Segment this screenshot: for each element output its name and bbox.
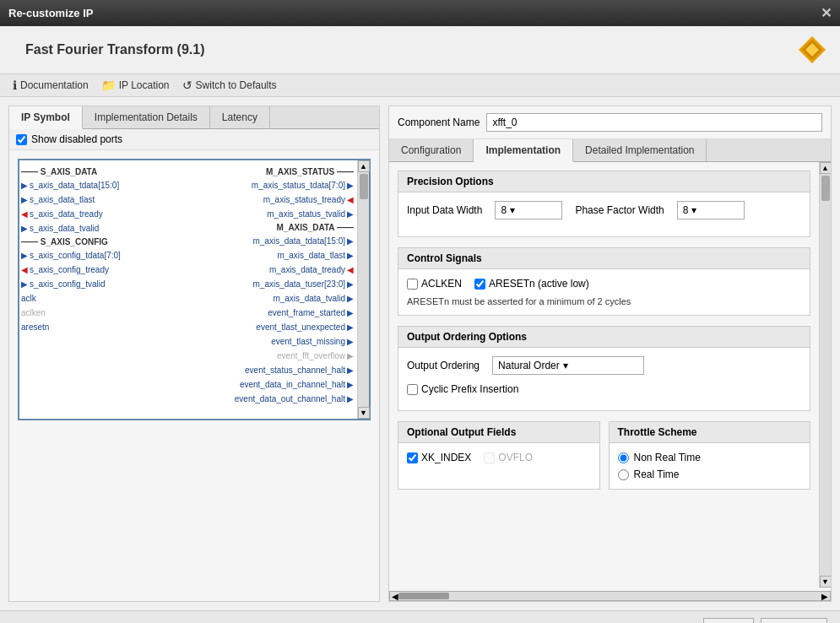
port-aclken-disabled: aclken xyxy=(21,306,153,319)
port-m-axis-data-tlast: m_axis_data_tlast ▶ xyxy=(277,248,354,262)
phase-factor-label: Phase Factor Width xyxy=(575,204,664,216)
optional-output-checkboxes: XK_INDEX OVFLO xyxy=(407,452,591,463)
app-title: Fast Fourier Transform (9.1) xyxy=(13,35,218,64)
xk-index-label-text: XK_INDEX xyxy=(421,452,471,463)
tab-latency[interactable]: Latency xyxy=(210,106,270,128)
port-m-axis-data-tready: m_axis_data_tready ◀ xyxy=(269,263,354,276)
control-signals-title: Control Signals xyxy=(398,248,810,269)
optional-output-content: XK_INDEX OVFLO xyxy=(398,443,599,479)
port-s-axis-config-tready: ◀ s_axis_config_tready xyxy=(21,263,153,276)
component-name-row: Component Name xyxy=(389,106,831,139)
port-event-fft-overflow-disabled: event_fft_overflow ▶ xyxy=(277,349,354,362)
control-signals-checkboxes: ACLKEN ARESETn (active low) xyxy=(407,278,801,290)
scroll-thumb[interactable] xyxy=(360,174,368,199)
ok-button[interactable]: OK xyxy=(703,618,753,623)
aresetn-note: ARESETn must be asserted for a minimum o… xyxy=(407,296,801,306)
right-panel-hscroll[interactable]: ◀ ▶ xyxy=(389,591,831,601)
optional-output-title: Optional Output Fields xyxy=(398,422,599,443)
port-m-axis-status-tready: m_axis_status_tready ◀ xyxy=(263,192,354,206)
precision-content: Input Data Width 8 ▾ Phase Factor Width … xyxy=(398,192,810,236)
port-event-tlast-missing: event_tlast_missing ▶ xyxy=(271,334,354,348)
left-panel: IP Symbol Implementation Details Latency… xyxy=(8,106,380,602)
throttle-content: Non Real Time Real Time xyxy=(610,443,810,489)
right-scroll-down[interactable]: ▼ xyxy=(820,576,832,588)
aresetn-checkbox-label[interactable]: ARESETn (active low) xyxy=(474,278,589,290)
ovflo-checkbox[interactable] xyxy=(484,452,495,463)
hscroll-thumb[interactable] xyxy=(398,593,449,599)
window-title: Re-customize IP xyxy=(8,7,93,19)
cyclic-checkbox[interactable] xyxy=(407,384,418,395)
input-width-select[interactable]: 8 ▾ xyxy=(495,201,562,219)
show-disabled-ports-label[interactable]: Show disabled ports xyxy=(16,133,122,145)
right-scroll-up[interactable]: ▲ xyxy=(820,162,832,174)
ordering-select[interactable]: Natural Order ▾ xyxy=(492,356,644,375)
xk-index-checkbox[interactable] xyxy=(407,452,418,463)
left-ports-col: —— S_AXIS_DATA ▶ s_axis_data_tdata[15:0]… xyxy=(19,160,154,419)
cancel-button[interactable]: Cancel xyxy=(761,618,827,623)
tab-implementation[interactable]: Implementation xyxy=(474,139,573,162)
tab-detailed-implementation[interactable]: Detailed Implementation xyxy=(573,139,707,161)
phase-factor-value: 8 xyxy=(683,204,689,216)
real-time-radio[interactable] xyxy=(618,469,629,480)
folder-icon: 📁 xyxy=(101,79,116,92)
port-event-data-in-channel-halt: event_data_in_channel_halt ▶ xyxy=(240,377,354,391)
content-area: IP Symbol Implementation Details Latency… xyxy=(0,97,840,610)
left-panel-scrollbar[interactable]: ▲ ▼ xyxy=(357,160,369,419)
scroll-up-btn[interactable]: ▲ xyxy=(358,160,370,172)
port-group-m-axis-data: M_AXIS_DATA —— xyxy=(277,221,355,233)
aclken-checkbox[interactable] xyxy=(407,279,418,290)
port-m-axis-data-tuser: m_axis_data_tuser[23:0] ▶ xyxy=(252,277,354,290)
aresetn-checkbox[interactable] xyxy=(474,279,485,290)
phase-factor-select[interactable]: 8 ▾ xyxy=(677,201,745,219)
port-s-axis-data-tvalid: ▶ s_axis_data_tvalid xyxy=(21,221,153,235)
non-real-time-label[interactable]: Non Real Time xyxy=(618,452,802,463)
non-real-time-text: Non Real Time xyxy=(634,452,701,463)
right-tabs: Configuration Implementation Detailed Im… xyxy=(389,139,831,162)
right-scroll-thumb[interactable] xyxy=(821,176,830,201)
show-disabled-ports-checkbox[interactable] xyxy=(16,134,27,145)
documentation-link[interactable]: ℹ Documentation xyxy=(13,79,89,92)
app-logo xyxy=(797,35,827,65)
port-m-axis-status-tdata: m_axis_status_tdata[7:0] ▶ xyxy=(252,178,354,192)
port-event-tlast-unexpected: event_tlast_unexpected ▶ xyxy=(256,320,354,333)
ovflo-checkbox-label[interactable]: OVFLO xyxy=(484,452,533,463)
logo-area xyxy=(797,35,827,65)
ovflo-label-text: OVFLO xyxy=(498,452,533,463)
close-button[interactable]: ✕ xyxy=(821,5,832,21)
cyclic-row: Cyclic Prefix Insertion xyxy=(407,383,801,395)
refresh-icon: ↺ xyxy=(182,79,192,92)
right-ports-col: M_AXIS_STATUS —— m_axis_status_tdata[7:0… xyxy=(231,160,357,419)
optional-output-section: Optional Output Fields XK_INDEX OVFLO xyxy=(398,421,600,490)
aclken-label-text: ACLKEN xyxy=(421,278,462,290)
xk-index-checkbox-label[interactable]: XK_INDEX xyxy=(407,452,471,463)
port-aresetn: aresetn xyxy=(21,320,153,333)
scroll-down-btn[interactable]: ▼ xyxy=(358,407,370,419)
info-icon: ℹ xyxy=(13,79,17,92)
port-event-status-channel-halt: event_status_channel_halt ▶ xyxy=(245,363,354,377)
input-width-chevron: ▾ xyxy=(510,204,515,216)
port-s-axis-data-tlast: ▶ s_axis_data_tlast xyxy=(21,192,153,206)
tab-ip-symbol[interactable]: IP Symbol xyxy=(9,106,83,129)
location-link[interactable]: 📁 IP Location xyxy=(101,79,170,92)
port-s-axis-data-tdata: ▶ s_axis_data_tdata[15:0] xyxy=(21,178,153,192)
port-s-axis-config-tvalid: ▶ s_axis_config_tvalid xyxy=(21,277,153,290)
non-real-time-radio[interactable] xyxy=(618,452,629,463)
switch-defaults-link[interactable]: ↺ Switch to Defaults xyxy=(182,79,277,92)
tab-implementation-details[interactable]: Implementation Details xyxy=(83,106,210,128)
throttle-section: Throttle Scheme Non Real Time Real Time xyxy=(609,421,811,490)
cyclic-checkbox-label[interactable]: Cyclic Prefix Insertion xyxy=(407,383,518,395)
throttle-title: Throttle Scheme xyxy=(610,422,810,443)
tab-configuration[interactable]: Configuration xyxy=(389,139,474,161)
comp-name-input[interactable] xyxy=(486,113,822,132)
comp-name-label: Component Name xyxy=(398,116,480,128)
right-panel-scrollbar[interactable]: ▲ ▼ xyxy=(819,162,831,588)
real-time-label[interactable]: Real Time xyxy=(618,469,802,480)
hscroll-left[interactable]: ◀ xyxy=(392,592,398,601)
precision-title: Precision Options xyxy=(398,171,810,192)
right-scroll-area: Precision Options Input Data Width 8 ▾ P… xyxy=(389,162,831,588)
aclken-checkbox-label[interactable]: ACLKEN xyxy=(407,278,462,290)
port-m-axis-data-tdata: m_axis_data_tdata[15:0] ▶ xyxy=(252,234,354,247)
cyclic-label-text: Cyclic Prefix Insertion xyxy=(421,383,518,395)
app-header: Fast Fourier Transform (9.1) xyxy=(0,26,840,74)
hscroll-right[interactable]: ▶ xyxy=(821,592,828,601)
